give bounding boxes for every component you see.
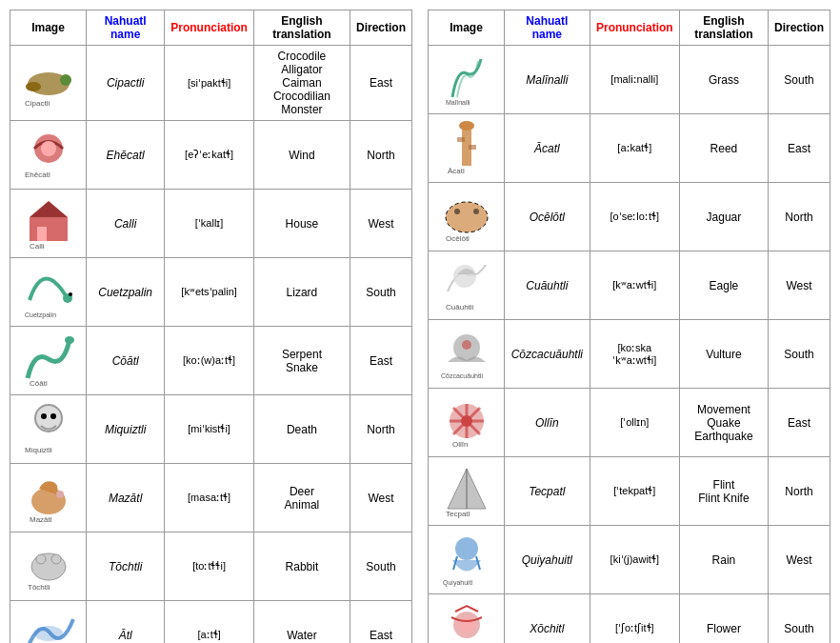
svg-text:Ollīn: Ollīn — [452, 440, 468, 449]
nahuatl-name: Malīnalli — [505, 46, 590, 114]
table-row: Cuāuhtli Cuāuhtli [kʷaːwtɬi] Eagle West — [429, 251, 830, 320]
image-cell: Mazātl — [10, 464, 87, 532]
pronunciation-cell: [aːtɬ] — [165, 601, 254, 644]
pronunciation-cell: [masaːtɬ] — [165, 464, 254, 532]
english-cell: Rain — [679, 526, 768, 594]
svg-text:Ācatl: Ācatl — [448, 167, 465, 175]
english-cell: Reed — [679, 114, 768, 183]
nahuatl-name: Cuetzpalin — [87, 258, 165, 327]
svg-rect-40 — [457, 137, 465, 142]
svg-point-2 — [26, 82, 41, 91]
svg-marker-8 — [30, 201, 68, 217]
svg-point-18 — [50, 413, 56, 419]
table-row: Cuetzpalin Cuetzpalin [kʷetsˈpalin] Liza… — [10, 258, 412, 327]
table-row: Mazātl Mazātl [masaːtɬ] DeerAnimal West — [10, 464, 412, 532]
english-cell: FlintFlint Knife — [679, 457, 768, 526]
direction-cell: South — [350, 532, 411, 601]
english-cell: DeerAnimal — [253, 464, 350, 532]
nahuatl-name: Tōchtli — [87, 532, 165, 601]
table-row: Tecpatl Tecpatl [ˈtekpatɬ] FlintFlint Kn… — [429, 457, 830, 526]
right-table: Image Nahuatl name Pronunciation English… — [428, 10, 830, 643]
image-cell: Ehēcatl — [10, 121, 87, 190]
image-cell: Tōchtli — [10, 532, 87, 601]
col-header-nahuatl2: Nahuatl name — [505, 10, 590, 46]
direction-cell: South — [350, 258, 411, 327]
pronunciation-cell: [koːskaˈkʷaːwtɬi] — [590, 320, 679, 389]
svg-point-5 — [41, 141, 56, 156]
english-cell: Wind — [253, 121, 350, 190]
image-cell: Ātl — [10, 601, 87, 644]
svg-point-48 — [453, 265, 476, 288]
image-cell: Ācatl — [429, 114, 505, 183]
image-cell: Cōzcacuāuhtli — [429, 320, 505, 389]
image-cell: Malīnalli — [429, 46, 505, 114]
svg-rect-41 — [469, 145, 476, 150]
image-cell: Tecpatl — [429, 457, 505, 526]
direction-cell: North — [768, 183, 830, 251]
direction-cell: North — [350, 121, 411, 190]
table-row: Calli Calli [ˈkallɪ] House West — [10, 190, 412, 258]
table-row: Ocēlōtl Ocēlōtl [oˈseːloːtɬ] Jaguar Nort… — [429, 183, 830, 251]
svg-text:Tōchtli: Tōchtli — [28, 583, 50, 592]
nahuatl-name: Ātl — [87, 601, 165, 644]
svg-point-54 — [461, 415, 472, 427]
nahuatl-name: Calli — [87, 190, 165, 258]
english-cell: Vulture — [679, 320, 768, 389]
nahuatl-name: Ehēcatl — [87, 121, 165, 190]
pronunciation-cell: [ˈʃoːtʃitɬ] — [590, 594, 679, 644]
svg-text:Cōātl: Cōātl — [30, 379, 48, 388]
table-row: Ātl Ātl [aːtɬ] Water East — [10, 601, 412, 644]
col-header-english2: English translation — [679, 10, 768, 46]
svg-point-12 — [69, 292, 72, 296]
pronunciation-cell: [oˈseːloːtɬ] — [590, 183, 679, 251]
image-cell: Xōchitl — [429, 594, 505, 644]
image-cell: Miquiztli — [10, 395, 87, 464]
english-cell: Rabbit — [253, 532, 350, 601]
image-cell: Cuetzpalin — [10, 258, 87, 327]
direction-cell: South — [768, 46, 830, 114]
pronunciation-cell: [ˈkallɪ] — [165, 190, 254, 258]
nahuatl-name: Cōātl — [87, 327, 165, 395]
direction-cell: North — [350, 395, 411, 464]
nahuatl-name: Tecpatl — [505, 457, 590, 526]
english-cell: SerpentSnake — [253, 327, 350, 395]
svg-point-21 — [56, 491, 64, 498]
direction-cell: West — [768, 251, 830, 320]
direction-cell: West — [350, 464, 411, 532]
english-cell: Lizard — [253, 258, 350, 327]
nahuatl-name: Mazātl — [87, 464, 165, 532]
col-header-image2: Image — [429, 10, 505, 46]
svg-text:Cuetzpalin: Cuetzpalin — [25, 311, 56, 319]
pronunciation-cell: [aːkatɬ] — [590, 114, 679, 183]
nahuatl-name: Ācatl — [505, 114, 590, 183]
svg-text:Ehēcatl: Ehēcatl — [25, 171, 50, 179]
pronunciation-cell: [maliːnalli] — [590, 46, 679, 114]
svg-point-1 — [60, 74, 71, 86]
image-cell: Ollīn — [429, 389, 505, 457]
col-header-direction2: Direction — [768, 10, 830, 46]
svg-point-16 — [35, 405, 62, 432]
col-header-direction1: Direction — [350, 10, 411, 46]
svg-rect-7 — [30, 217, 68, 241]
pronunciation-cell: [ˈtekpatɬ] — [590, 457, 679, 526]
pronunciation-cell: [siˈpaktɬi] — [165, 46, 254, 121]
table-row: Ācatl Ācatl [aːkatɬ] Reed East — [429, 114, 830, 183]
table-row: Tōchtli Tōchtli [toːtɬɬi] Rabbit South — [10, 532, 412, 601]
english-cell: MovementQuakeEarthquake — [679, 389, 768, 457]
table-row: Ollīn Ollīn [ˈollɪn] MovementQuakeEarthq… — [429, 389, 830, 457]
col-header-english1: English translation — [253, 10, 350, 46]
left-table: Image Nahuatl name Pronunciation English… — [10, 10, 412, 643]
svg-point-14 — [65, 336, 74, 344]
pronunciation-cell: [kʷaːwtɬi] — [590, 251, 679, 320]
svg-point-39 — [459, 121, 474, 131]
direction-cell: South — [768, 594, 830, 644]
direction-cell: West — [768, 526, 830, 594]
svg-point-27 — [34, 626, 63, 641]
table-row: Malīnalli Malīnalli [maliːnalli] Grass S… — [429, 46, 830, 114]
svg-point-45 — [454, 209, 460, 214]
nahuatl-name: Cipactli — [87, 46, 165, 121]
svg-point-25 — [51, 554, 61, 564]
table-row: Xōchitl Xōchitl [ˈʃoːtʃitɬ] Flower South — [429, 594, 830, 644]
table-row: Miquiztli Miquiztli [miˈkistɬi] Death No… — [10, 395, 412, 464]
svg-text:Mazātl: Mazātl — [30, 515, 52, 524]
